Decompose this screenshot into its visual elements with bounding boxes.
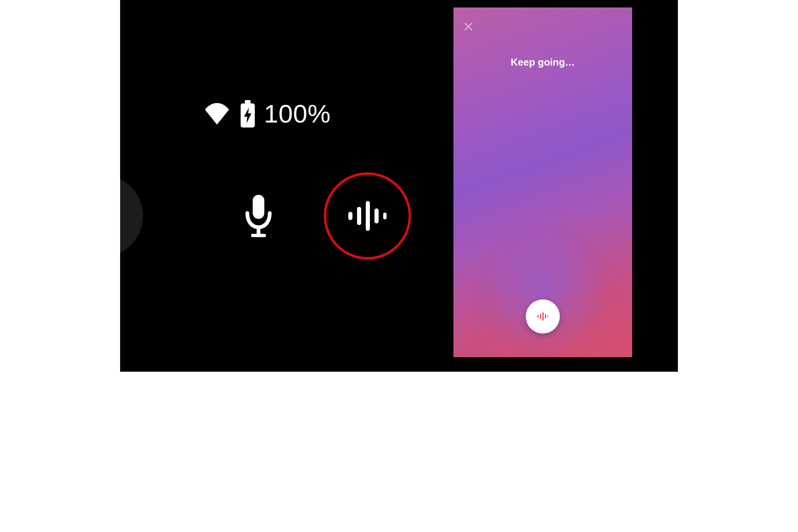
close-button[interactable] (461, 19, 476, 34)
stage: 100% (120, 0, 678, 372)
listening-panel: Keep going… (453, 7, 632, 357)
svg-rect-9 (383, 213, 387, 219)
svg-rect-11 (540, 314, 541, 319)
svg-rect-0 (245, 100, 251, 103)
svg-rect-14 (547, 316, 549, 317)
svg-rect-8 (374, 208, 379, 223)
sound-search-button[interactable] (324, 172, 411, 260)
svg-rect-6 (357, 207, 361, 225)
microphone-button[interactable] (245, 195, 272, 237)
svg-rect-5 (348, 212, 352, 220)
sound-wave-icon (537, 312, 549, 321)
svg-rect-4 (251, 234, 266, 237)
svg-rect-12 (542, 312, 544, 321)
svg-rect-2 (253, 195, 264, 219)
listening-orb (476, 223, 609, 356)
svg-rect-7 (366, 201, 370, 231)
listening-title: Keep going… (453, 56, 632, 68)
svg-rect-10 (537, 315, 539, 318)
svg-rect-3 (257, 227, 261, 235)
status-bar: 100% (202, 99, 331, 128)
edge-handle[interactable] (120, 174, 143, 257)
battery-percentage: 100% (264, 99, 331, 128)
listening-fab[interactable] (526, 299, 560, 333)
wifi-icon (202, 103, 232, 125)
close-icon (463, 22, 473, 32)
sound-wave-icon (347, 199, 388, 233)
controls-area (120, 170, 449, 262)
svg-rect-13 (545, 314, 546, 319)
battery-charging-icon (239, 100, 256, 127)
